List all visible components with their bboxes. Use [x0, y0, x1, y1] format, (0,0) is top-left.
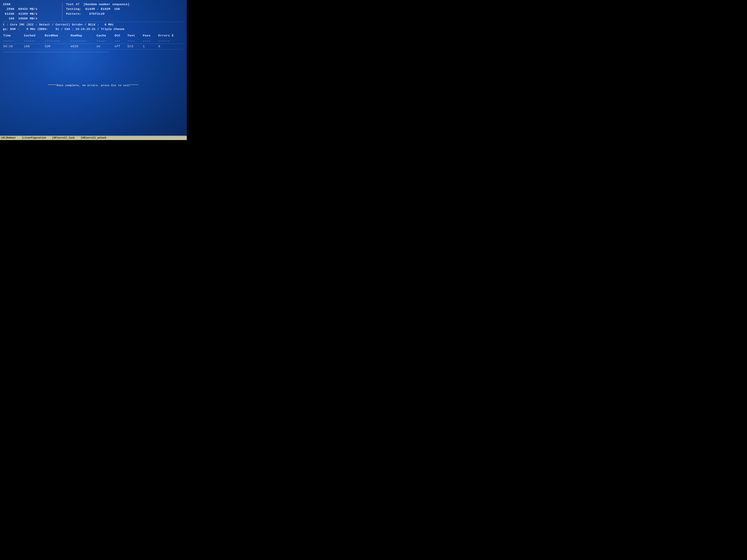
div-cache: ----- [96, 38, 114, 44]
cell-ecc: off [114, 44, 127, 49]
cell-memmap: e820 [70, 44, 96, 49]
speed-row-256k: 256K 80432 MB/s [3, 7, 60, 11]
table-divider-row: ------ ------ -------- -------- ----- --… [3, 38, 184, 44]
col-cache: Cache [96, 33, 114, 38]
table-section: Time Cached RsvdMem MemMap Cache ECC Tes… [3, 33, 184, 55]
divider-1 [3, 22, 184, 22]
pattern-line: Pattern: 97bf2c20 [66, 12, 184, 16]
col-time: Time [3, 33, 24, 38]
speed-row-16g: 16G 19686 MB/s [3, 16, 60, 21]
bottom-bar-controls: (SC)Reboot (c)configuration (SP)scroll_l… [1, 136, 185, 139]
col-memmap: MemMap [70, 33, 96, 38]
pass-message: *****Pass complete, no errors. press Esc… [3, 83, 184, 87]
speed-row-6144k: 6144K 41399 MB/s [3, 12, 60, 16]
empty-area [3, 55, 184, 83]
imc-line: t : Core IMC (ECC : Detect / Correct) Sc… [3, 23, 184, 27]
cell-pass: 1 [143, 44, 158, 49]
cell-errors: 0 [158, 44, 184, 49]
scroll-unlock-label: (CR)scroll_unlock [81, 136, 106, 139]
test-info: Test #7 [Random number sequence] Testing… [62, 2, 184, 21]
div-rsvdmem: -------- [44, 38, 70, 44]
table-bottom-divider-row: ----------------------------------------… [3, 49, 184, 55]
reboot-label: (SC)Reboot [1, 136, 16, 139]
top-section: 256K 256K 80432 MB/s 6144K 41399 MB/s 16… [3, 2, 184, 21]
ram-line: gs: RAM : 0 MHz (DDR3- 0) / CAS : 19-15-… [3, 27, 184, 32]
speed-table: 256K 256K 80432 MB/s 6144K 41399 MB/s 16… [3, 2, 60, 21]
col-pass: Pass [143, 33, 158, 38]
config-label: (c)configuration [22, 136, 46, 139]
memtest-screen: 256K 256K 80432 MB/s 6144K 41399 MB/s 16… [0, 0, 187, 140]
col-cached: Cached [24, 33, 44, 38]
col-test: Test [127, 33, 143, 38]
col-errors: Errors E [158, 33, 184, 38]
cell-time: 56:19 [3, 44, 24, 49]
speed-row-1: 256K [3, 2, 60, 7]
div-errors: ------ [158, 38, 184, 44]
div-memmap: -------- [70, 38, 96, 44]
table-header-row: Time Cached RsvdMem MemMap Cache ECC Tes… [3, 33, 184, 38]
testing-line: Testing: 6144M - 8192M 16G [66, 7, 184, 11]
bottom-divider-line: ----------------------------------------… [3, 51, 109, 53]
bottom-bar: (SC)Reboot (c)configuration (SP)scroll_l… [0, 136, 187, 140]
div-cached: ------ [24, 38, 44, 44]
div-test: ---- [127, 38, 143, 44]
cell-cache: on [96, 44, 114, 49]
div-pass: ---- [143, 38, 158, 44]
cell-cached: 16G [24, 44, 44, 49]
cell-test: Std [127, 44, 143, 49]
div-time: ------ [3, 38, 24, 44]
col-rsvdmem: RsvdMem [44, 33, 70, 38]
memtest-table: Time Cached RsvdMem MemMap Cache ECC Tes… [3, 33, 184, 55]
div-ecc: --- [114, 38, 127, 44]
test-number-line: Test #7 [Random number sequence] [66, 2, 184, 7]
table-row: 56:19 16G 32M e820 on off Std 1 0 [3, 44, 184, 49]
main-content: 256K 256K 80432 MB/s 6144K 41399 MB/s 16… [3, 2, 184, 88]
scroll-lock-label: (SP)scroll_lock [52, 136, 75, 139]
cell-rsvdmem: 32M [44, 44, 70, 49]
col-ecc: ECC [114, 33, 127, 38]
